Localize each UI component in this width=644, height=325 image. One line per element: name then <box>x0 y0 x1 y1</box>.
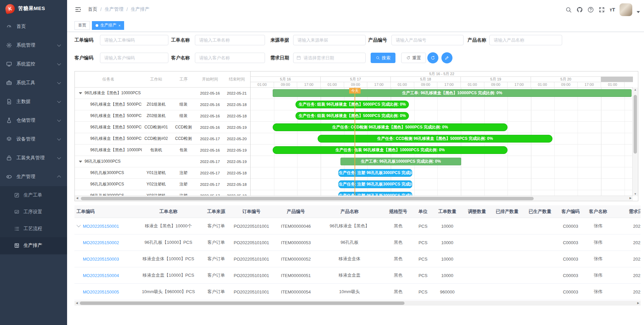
table-cell: 张伟 <box>585 239 611 246</box>
sidebar-item-system-management[interactable]: 系统管理 <box>0 36 67 55</box>
work-order-link[interactable]: MO202205150004 <box>83 273 119 278</box>
table-row[interactable]: MO202205150001移液盒【黑色】10000个客户订单PO2022051… <box>74 218 641 234</box>
table-row[interactable]: MO202205150003移液盒盒体【10000】PCS客户订单PO20220… <box>74 251 641 267</box>
scrollbar-thumb[interactable] <box>634 95 637 154</box>
table-row[interactable]: MO20220515000510mm吸头【960000】PCS客户订单PO202… <box>74 284 641 300</box>
reset-button[interactable]: 重置 <box>401 53 426 63</box>
product-code-input[interactable] <box>391 35 464 45</box>
customer-code-input[interactable] <box>100 53 168 63</box>
table-cell: 10000 <box>431 273 464 278</box>
search-icon[interactable] <box>565 6 572 13</box>
gantt-bar[interactable]: 生产任务: 包装 96孔移液盒【黑色】10000PCS 完成比例: 0% <box>273 146 507 154</box>
sidebar-item-production-management[interactable]: 生产管理 <box>0 167 67 186</box>
sidebar-item-process-settings[interactable]: 工序设置 <box>0 204 67 220</box>
gantt-task-row[interactable]: 96孔移液盒【黑色】5000PCSZ01组装机组装2022-05-162022-… <box>75 99 250 110</box>
avatar[interactable] <box>620 3 632 16</box>
gantt-grid-body: 96孔移液盒【黑色】10000PCS2022-05-162022-05-2196… <box>75 88 250 196</box>
fullscreen-icon[interactable] <box>598 6 605 13</box>
gantt-bar[interactable]: 生产任务: 组装 96孔移液盒【黑色】5000PCS 完成比例: 0% <box>296 112 409 120</box>
gantt-task-row[interactable]: 96孔移液盒【黑色】5000PCSZ02组装机组装2022-05-162022-… <box>75 110 250 122</box>
search-button[interactable]: 搜索 <box>371 53 395 63</box>
sidebar-item-system-monitor[interactable]: 系统监控 <box>0 55 67 73</box>
product-name-input[interactable] <box>489 35 562 45</box>
expand-chevron-icon[interactable] <box>76 224 81 227</box>
sidebar-item-fixture-management[interactable]: 工装夹具管理 <box>0 149 67 167</box>
tab-home[interactable]: 首页 <box>74 21 90 30</box>
gantt-bar[interactable]: 生产工单: 96孔孔板10000PCS 完成比例: 0% <box>340 158 461 165</box>
chevron-down-icon <box>57 137 61 141</box>
expand-triangle-icon[interactable] <box>79 92 82 94</box>
source-document-input[interactable] <box>293 35 366 45</box>
sidebar-item-equipment-management[interactable]: 设备管理 <box>0 130 67 149</box>
app-logo[interactable]: K 苦糖果MES <box>0 0 67 17</box>
sidebar-item-production-order[interactable]: 生产工单 <box>0 187 67 204</box>
help-icon[interactable] <box>587 6 594 13</box>
gantt-bar[interactable]: 生产任务: 注塑 96孔孔板3000PCS 完成比例: 0% <box>338 180 412 188</box>
work-order-link[interactable]: MO202205150005 <box>83 289 119 294</box>
table-cell: 客户订单 <box>204 239 229 246</box>
scroll-down-icon[interactable]: ▼ <box>633 193 638 196</box>
gantt-task-row[interactable]: 96孔孔板10000PCS2022-05-172022-05-19 <box>75 156 250 167</box>
gantt-task-row[interactable]: 96孔移液盒【黑色】5000PCSCCD检测#01CCD检测2022-05-16… <box>75 122 250 133</box>
gantt-task-row[interactable]: 96孔移液盒【黑色】10000PCS2022-05-162022-05-21 <box>75 88 250 99</box>
customer-code-field-wrap <box>100 53 168 63</box>
user-caret-down-icon[interactable] <box>637 11 640 13</box>
reset-button-label: 重置 <box>412 55 421 61</box>
gantt-vertical-scrollbar[interactable]: ▲ ▼ <box>632 88 638 196</box>
edit-schedule-button[interactable] <box>441 52 452 63</box>
sidebar-item-production-scheduling[interactable]: 生产排产 <box>0 237 67 254</box>
sidebar-item-master-data[interactable]: 主数据 <box>0 92 67 111</box>
scroll-right-icon[interactable]: ▶ <box>630 197 632 200</box>
gantt-task-row[interactable]: 96孔孔板3000PCSY02注塑机注塑2022-05-172022-05-18 <box>75 179 250 190</box>
gantt-bar[interactable]: 生产任务: 注塑 96孔孔板3000PCS 完成比例: 0% <box>338 169 412 177</box>
task-cell: 2022-05-17 <box>197 160 223 164</box>
monitor-icon <box>6 61 12 67</box>
gantt-bar[interactable]: 生产任务: CCD检测 96孔移液盒【黑色】5000PCS 完成比例: 0% <box>273 123 507 131</box>
breadcrumb-production-management[interactable]: 生产管理 <box>105 6 123 12</box>
timeline-hour-cell: 17:00 <box>367 82 391 88</box>
work-order-link[interactable]: MO202205150003 <box>83 257 119 262</box>
work-order-link[interactable]: MO202205150002 <box>83 240 119 245</box>
scrollbar-thumb[interactable] <box>81 197 534 200</box>
breadcrumb-production-scheduling[interactable]: 生产排产 <box>131 6 150 12</box>
gantt-horizontal-scrollbar[interactable]: ◀ ▶ <box>75 196 633 201</box>
gantt-task-row[interactable]: 96孔移液盒【黑色】10000PCS包装机包装2022-05-162022-05… <box>75 145 250 156</box>
gantt-task-row[interactable]: 96孔移液盒【黑色】5000PCSCCD检测#02CCD检测2022-05-17… <box>75 133 250 145</box>
github-icon[interactable] <box>576 6 583 13</box>
scroll-left-icon[interactable]: ◀ <box>76 302 78 305</box>
work-order-link[interactable]: MO202205150001 <box>83 224 119 229</box>
scroll-right-icon[interactable]: ▶ <box>637 302 639 305</box>
today-line <box>355 88 355 196</box>
gantt-task-row[interactable]: 96孔孔板3000PCSY01注塑机注塑2022-05-172022-05-18 <box>75 167 250 179</box>
customer-name-input[interactable] <box>195 53 265 63</box>
expand-triangle-icon[interactable] <box>79 161 82 163</box>
breadcrumb-home[interactable]: 首页 <box>88 6 97 12</box>
work-order-code-input[interactable] <box>100 35 168 45</box>
gantt-panel: 任务名工作站工序开始时间结束时间 96孔移液盒【黑色】10000PCS2022-… <box>74 71 638 201</box>
table-horizontal-scrollbar[interactable]: ◀ ▶ <box>74 301 641 306</box>
source-document-field-wrap <box>293 35 366 45</box>
refresh-gantt-button[interactable] <box>427 52 438 63</box>
demand-date-label: 需求日期 <box>270 53 289 63</box>
work-order-name-input[interactable] <box>195 35 265 45</box>
gantt-bar[interactable]: 生产任务: 组装 96孔移液盒【黑色】5000PCS 完成比例: 0% <box>296 101 409 108</box>
sidebar-item-warehouse-management[interactable]: 仓储管理 <box>0 111 67 130</box>
scroll-up-icon[interactable]: ▲ <box>633 88 638 91</box>
font-size-icon[interactable]: тT <box>609 6 615 13</box>
table-row[interactable]: MO20220515000296孔孔板【10000】PCS客户订单PO20220… <box>74 234 641 251</box>
tab-production-scheduling[interactable]: 生产排产 × <box>92 21 124 30</box>
sidebar-collapse-icon[interactable] <box>74 6 82 13</box>
sidebar-item-home[interactable]: 首页 <box>0 17 67 36</box>
tab-close-icon[interactable]: × <box>118 24 120 27</box>
scrollbar-thumb[interactable] <box>80 302 405 305</box>
demand-date-input[interactable] <box>293 53 366 63</box>
timeline-day-cell: 5月 19 <box>461 77 531 82</box>
sidebar-item-process-flow[interactable]: 工艺流程 <box>0 220 67 237</box>
timeline-hours-band: 01:0009:0017:0001:0009:0017:0001:0009:00… <box>251 82 633 88</box>
gantt-bar[interactable]: 生产工单: 96孔移液盒【黑色】10000PCS 完成比例: 0% <box>273 89 632 97</box>
sidebar-item-system-tools[interactable]: 系统工具 <box>0 73 67 92</box>
table-row[interactable]: MO202205150004移液盒盒盖【10000】PCS客户订单PO20220… <box>74 267 641 284</box>
table-cell: 移液盒盒体 <box>318 256 381 262</box>
scroll-left-icon[interactable]: ◀ <box>76 197 78 200</box>
gantt-bar[interactable]: 生产任务: CCD检测 96孔移液盒【黑色】5000PCS 完成比例: 0% <box>318 135 552 143</box>
